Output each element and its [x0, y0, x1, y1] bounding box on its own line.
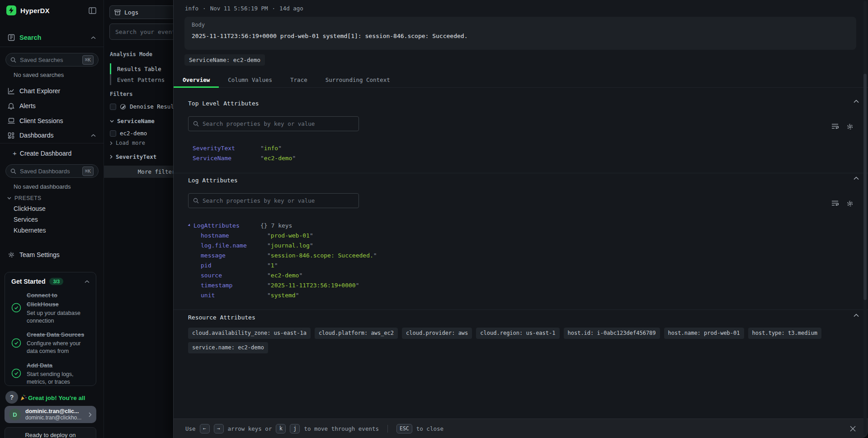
keys-count: {} 7 keys	[260, 222, 292, 229]
collapse-section-icon[interactable]	[854, 314, 859, 317]
filter-value-ec2-demo[interactable]: ec2-demo	[110, 130, 147, 137]
attribute-key[interactable]: timestamp	[201, 282, 232, 289]
resource-chip[interactable]: cloud.availability_zone: us-east-1a	[188, 328, 311, 339]
event-search-input[interactable]	[109, 24, 173, 40]
log-attributes-search-input[interactable]	[203, 197, 354, 204]
avatar: D	[9, 409, 21, 420]
attribute-value[interactable]: systemd	[267, 292, 299, 299]
log-attributes-search[interactable]	[188, 193, 359, 208]
sidebar-item-client-sessions[interactable]: Client Sessions	[0, 115, 104, 127]
attribute-key[interactable]: source	[201, 272, 222, 279]
more-filters-button[interactable]: More filters	[104, 166, 173, 178]
checkbox[interactable]	[110, 104, 116, 110]
attribute-key[interactable]: LogAttributes	[193, 222, 240, 229]
search-section-icon	[8, 34, 16, 41]
attribute-key[interactable]: unit	[201, 292, 215, 299]
mode-event-patterns[interactable]: Event Patterns	[110, 74, 165, 85]
denoise-toggle[interactable]: Denoise Results	[110, 103, 173, 110]
collapse-section-icon[interactable]	[854, 176, 859, 180]
attribute-key[interactable]: pid	[201, 262, 211, 269]
top-level-search[interactable]	[188, 116, 359, 131]
j-key[interactable]: j	[290, 424, 300, 433]
attribute-key[interactable]: SeverityText	[193, 145, 235, 152]
attribute-value[interactable]: ec2-demo	[267, 272, 302, 279]
get-started-step[interactable]: Add Data Start sending logs, metrics, or…	[11, 361, 90, 386]
k-key[interactable]: k	[276, 424, 286, 433]
sidebar-item-alerts[interactable]: Alerts	[0, 100, 104, 112]
create-dashboard-button[interactable]: + Create Dashboard	[13, 149, 71, 157]
step-desc: Configure where your data comes from	[27, 340, 87, 355]
presets-label: PRESETS	[14, 195, 42, 201]
attribute-value[interactable]: prod-web-01	[267, 232, 313, 239]
wrap-lines-icon[interactable]	[831, 123, 839, 130]
top-level-search-input[interactable]	[203, 120, 354, 127]
user-email: dominic.tran@clickho...	[25, 414, 81, 421]
chevron-right-icon	[110, 155, 113, 159]
saved-dashboards-input[interactable]: Saved Dashboards ⌘K	[5, 164, 99, 178]
attribute-key[interactable]: message	[201, 252, 226, 259]
tree-expand-icon[interactable]	[188, 224, 191, 227]
sidebar-item-search[interactable]: Search	[0, 32, 104, 43]
saved-searches-input[interactable]: Saved Searches ⌘K	[5, 53, 99, 67]
settings-gear-icon[interactable]	[846, 200, 854, 207]
attribute-tree-root: LogAttributes {} 7 keys	[174, 222, 868, 232]
section-divider	[174, 309, 868, 310]
chevron-down-icon	[7, 197, 11, 200]
esc-key[interactable]: ESC	[396, 424, 412, 433]
get-started-step[interactable]: Create Data Sources Configure where your…	[11, 330, 90, 355]
resource-chip[interactable]: cloud.provider: aws	[402, 328, 472, 339]
service-name-chip[interactable]: ServiceName: ec2-demo	[184, 54, 265, 66]
resource-chip[interactable]: host.id: i-0abc123def456789	[564, 328, 660, 339]
sidebar-item-chart-explorer[interactable]: Chart Explorer	[0, 85, 104, 97]
event-body-box[interactable]: Body 2025-11-11T23:56:19+0000 prod-web-0…	[184, 17, 856, 50]
mode-results-table[interactable]: Results Table	[110, 63, 161, 74]
tab-trace[interactable]: Trace	[281, 72, 316, 87]
collapse-section-icon[interactable]	[854, 100, 859, 103]
resource-chip-row: cloud.availability_zone: us-east-1a clou…	[188, 328, 850, 339]
arrow-left-key[interactable]: ←	[200, 424, 210, 433]
attribute-value[interactable]: 1	[267, 262, 278, 269]
resource-chip[interactable]: cloud.platform: aws_ec2	[315, 328, 398, 339]
arrow-right-key[interactable]: →	[214, 424, 224, 433]
sidebar-item-team-settings[interactable]: Team Settings	[0, 249, 104, 261]
presets-toggle[interactable]: PRESETS	[7, 195, 42, 201]
sidebar-item-dashboards[interactable]: Dashboards	[0, 129, 104, 141]
party-popper-icon	[20, 394, 27, 401]
close-icon[interactable]	[849, 425, 856, 432]
filter-group-severitytext[interactable]: SeverityText	[110, 153, 156, 160]
attribute-value[interactable]: 2025-11-11T23:56:19+0000	[267, 282, 359, 289]
attribute-value[interactable]: info	[260, 145, 282, 152]
preset-kubernetes[interactable]: Kubernetes	[14, 227, 46, 234]
dashboards-grid-icon	[8, 132, 16, 139]
resource-chip[interactable]: cloud.region: us-east-1	[476, 328, 559, 339]
preset-clickhouse[interactable]: ClickHouse	[14, 205, 46, 212]
chevron-up-icon[interactable]	[85, 280, 90, 283]
tab-column-values[interactable]: Column Values	[219, 72, 281, 87]
attribute-value[interactable]: journal.log	[267, 242, 313, 249]
checkbox[interactable]	[110, 130, 116, 137]
attribute-key[interactable]: hostname	[201, 232, 229, 239]
user-menu[interactable]: D dominic.tran@clic... dominic.tran@clic…	[5, 406, 96, 423]
brand-logo[interactable]: HyperDX	[6, 5, 50, 15]
tab-overview[interactable]: Overview	[174, 72, 219, 87]
resource-chip[interactable]: host.type: t3.medium	[748, 328, 822, 339]
attribute-value[interactable]: session-846.scope: Succeeded.	[267, 252, 377, 259]
attribute-key[interactable]: log.file.name	[201, 242, 247, 249]
check-circle-icon	[11, 303, 21, 313]
source-select[interactable]: Logs	[109, 5, 173, 19]
wrap-lines-icon[interactable]	[831, 200, 839, 207]
preset-services[interactable]: Services	[14, 216, 38, 223]
attribute-key[interactable]: ServiceName	[193, 155, 231, 162]
attribute-value[interactable]: ec2-demo	[260, 155, 296, 162]
resource-chip[interactable]: service.name: ec2-demo	[188, 342, 268, 353]
help-button[interactable]: ?	[5, 391, 18, 404]
filter-group-servicename[interactable]: ServiceName	[110, 118, 155, 124]
load-more-button[interactable]: Load more	[110, 140, 145, 146]
collapse-sidebar-icon[interactable]	[89, 7, 96, 14]
resource-chip[interactable]: host.name: prod-web-01	[664, 328, 744, 339]
search-icon	[193, 198, 199, 204]
get-started-step[interactable]: Connect to ClickHouse Set up your databa…	[11, 291, 90, 324]
settings-gear-icon[interactable]	[846, 123, 854, 130]
scrollbar-thumb[interactable]	[863, 74, 867, 300]
tab-surrounding-context[interactable]: Surrounding Context	[316, 72, 399, 87]
